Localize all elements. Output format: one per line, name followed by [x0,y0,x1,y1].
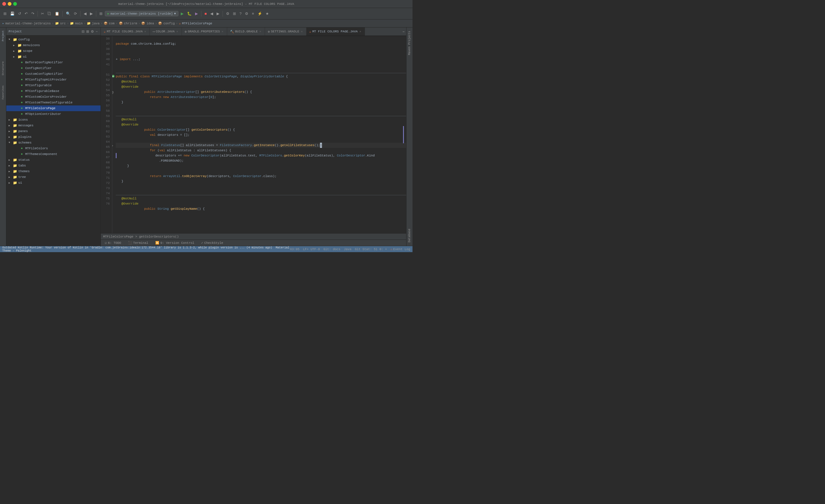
tree-tabs[interactable]: ▶ 📁 tabs [6,163,100,168]
settings-btn[interactable]: ⚙ [225,11,231,17]
tree-schemes[interactable]: ▼ 📁 schemes [6,140,100,146]
tree-plugins[interactable]: ▶ 📁 plugins [6,134,100,140]
scroll-from-source-btn[interactable]: ⊞ [86,29,90,34]
bc-project[interactable]: ▸ material-theme-jetbrains [2,21,51,25]
undo-btn[interactable]: ↶ [23,11,29,17]
position-indicator[interactable]: 63:95 [290,247,299,251]
tab-color-java-close[interactable]: ✕ [176,29,179,33]
tab-build-gradle-close[interactable]: ✕ [259,29,262,33]
sync-btn[interactable]: ↺ [17,11,22,17]
tree-menuicons[interactable]: ▶ 📁 menuicons [6,43,100,48]
nav-back-btn[interactable]: ◀ [82,11,88,17]
save-btn[interactable]: 💾 [9,11,16,17]
tree-tree[interactable]: ▶ 📁 tree [6,174,100,180]
project-icon[interactable]: ⊞ [2,11,8,17]
tree-ui-config[interactable]: ▶ 📁 ui [6,54,100,60]
settings-tree-btn[interactable]: ⚙ [90,29,94,34]
redo-btn[interactable]: ↷ [30,11,35,17]
tree-ui-root[interactable]: ▶ 📁 ui [6,180,100,186]
tab-gradle-properties-close[interactable]: ✕ [221,29,224,33]
nav2-back-btn[interactable]: ◀ [209,11,214,17]
tree-mt-file-colors[interactable]: ▶ ● MTFileColors [6,146,100,151]
tree-config-notifier[interactable]: ▶ ● ConfigNotifier [6,65,100,71]
help-btn[interactable]: ? [238,11,243,17]
copy-btn[interactable]: ⿻ [47,11,53,17]
debug-btn[interactable]: 🐛 [186,11,193,17]
bc-main[interactable]: 📁 main [70,21,82,25]
bc-chrisrm[interactable]: 📦 chrisrm [119,21,137,25]
bc-com[interactable]: 📦 com [104,21,115,25]
find-btn[interactable]: 🔍 [65,11,72,17]
bc-idea[interactable]: 📦 idea [141,21,154,25]
extra1-btn[interactable]: ⚙ [244,11,249,17]
tree-custom-config-notifier[interactable]: ▶ ● CustomConfigNotifier [6,71,100,77]
tab-mt-file-colors-page-close[interactable]: ✕ [359,29,362,33]
encoding-indicator[interactable]: LF+ UTF-8 [303,247,320,251]
close-button[interactable] [2,2,6,6]
tree-scope[interactable]: ▶ 📁 scope [6,48,100,54]
extra3-btn[interactable]: ⚡ [256,11,263,17]
tab-settings-gradle[interactable]: ⚙ SETTINGS.GRADLE ✕ [265,27,306,35]
tree-config[interactable]: ▼ 📁 config [6,37,100,43]
replace-btn[interactable]: ⟳ [73,11,78,17]
paste-btn[interactable]: 📋 [54,11,61,17]
tree-messages[interactable]: ▶ 📁 messages [6,123,100,128]
tabs-more-btn[interactable]: ⋯ [401,30,406,33]
favorites-tool-icon[interactable]: Favorites [0,85,6,100]
tree-mt-custom-colors-provider[interactable]: ▶ ● MTCustomColorsProvider [6,94,100,100]
tree-themes[interactable]: ▶ 📁 themes [6,168,100,174]
bc-file[interactable]: ☕ MTFileColorsPage [179,21,212,25]
tab-mt-file-colors-close[interactable]: ✕ [144,29,147,33]
git-indicator[interactable]: Git: docs [323,247,340,251]
lang-indicator[interactable]: Java [344,247,351,251]
tab-mt-file-colors[interactable]: ☕ MT FILE COLORS.JAVA ✕ [101,27,150,35]
file-tree[interactable]: ▼ 📁 config ▶ 📁 menuicons ▶ 📁 scope ▶ 📁 u… [6,35,100,246]
stop-btn[interactable]: ■ [203,11,208,17]
maven-projects-label[interactable]: Maven Projects [407,29,412,57]
build-btn[interactable]: ⊞ [98,11,104,17]
tab-color-java[interactable]: ⟶ COLOR.JAVA ✕ [150,27,182,35]
tree-before-config-notifier[interactable]: ▶ ● BeforeConfigNotifier [6,60,100,65]
event-log-btn[interactable]: ⚠ Event Log [390,247,410,251]
bc-src[interactable]: 📁 src [55,21,66,25]
tab-mt-file-colors-page[interactable]: ☕ MT FILE COLORS PAGE.JAVA ✕ [306,27,365,35]
checkstyle-tab[interactable]: ✓ CheckStyle [199,240,225,245]
extra4-btn[interactable]: ★ [265,11,270,17]
tab-gradle-properties[interactable]: ⚙ GRADLE.PROPERTIES ✕ [182,27,227,35]
nav2-fwd-btn[interactable]: ▶ [215,11,221,17]
tree-mt-file-colors-page[interactable]: ▶ ● MTFileColorsPage [6,105,100,111]
tree-mt-configurable[interactable]: ▶ ● MTConfigurable [6,82,100,88]
database-label[interactable]: Database [407,226,412,245]
minimize-button[interactable] [8,2,11,6]
nav-fwd-btn[interactable]: ▶ [89,11,94,17]
tree-mt-option-contributor[interactable]: ▶ ● MTOptionContributor [6,111,100,117]
tree-status[interactable]: ▶ 📁 status [6,157,100,163]
git-stat-indicator[interactable]: Git Stat: 51 0: + [355,247,387,251]
coverage-btn[interactable]: ▶ [194,11,199,17]
tree-panes[interactable]: ▶ 📁 panes [6,128,100,134]
structure-tool-icon[interactable]: Structure [0,61,6,76]
maximize-button[interactable] [13,2,17,6]
window-controls[interactable] [2,2,17,6]
cut-btn[interactable]: ✂ [40,11,45,17]
tree-mt-custom-theme-configurable[interactable]: ▶ ● MTCustomThemeConfigurable [6,100,100,105]
collapse-all-btn[interactable]: ⊟ [81,29,85,34]
todo-tab[interactable]: ☑ 6: TODO [103,240,123,245]
bc-config[interactable]: 📦 config [158,21,175,25]
tree-mt-config-top-hit[interactable]: ▶ ● MTConfigTopHitProvider [6,77,100,82]
tree-mt-configurable-base[interactable]: ▶ ● MTConfigurableBase [6,88,100,94]
project-tool-icon[interactable]: Project [0,29,6,43]
bc-java[interactable]: 📁 java [87,21,99,25]
tab-build-gradle[interactable]: 🔨 BUILD.GRADLE ✕ [227,27,265,35]
tree-icons[interactable]: ▶ 📁 icons [6,117,100,123]
run-btn[interactable]: ▶ [179,11,185,17]
run-config[interactable]: ▶ material-theme-jetbrains [runIde] ▼ [105,11,178,16]
terminal-tab[interactable]: ⬛ Terminal [126,240,150,245]
code-content[interactable]: package com.chrisrm.idea.config; + impor… [112,36,406,233]
tab-settings-gradle-close[interactable]: ✕ [300,29,303,33]
extra2-btn[interactable]: ≡ [251,11,255,17]
tree-mt-themes-component[interactable]: ▶ ● MTThemesComponent [6,151,100,157]
grid-btn[interactable]: ⊞ [232,11,237,17]
vcs-tab[interactable]: 🔀 9: Version Control [154,240,196,245]
minimize-panel-btn[interactable]: − [95,29,98,34]
